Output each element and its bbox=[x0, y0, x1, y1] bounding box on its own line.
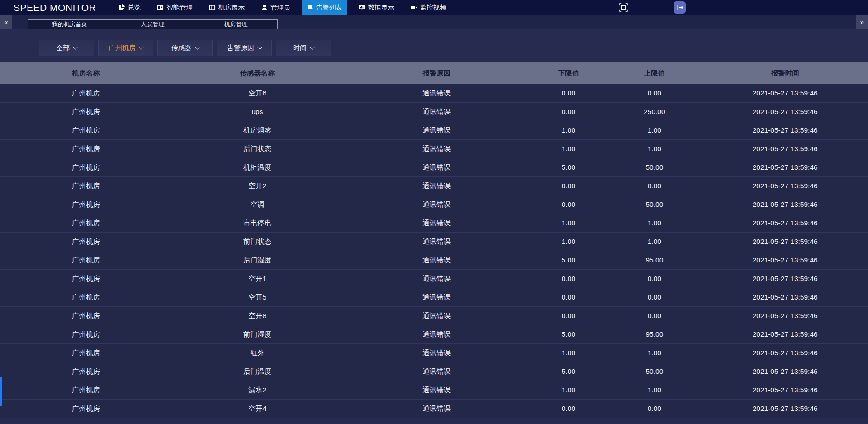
cell-alarm-time: 2021-05-27 13:59:46 bbox=[702, 200, 868, 209]
table-body: 广州机房 空开6 通讯错误 0.00 0.00 2021-05-27 13:59… bbox=[0, 84, 868, 418]
cell-sensor-name: 空开2 bbox=[172, 181, 343, 191]
table-row[interactable]: 广州机房 空开4 通讯错误 0.00 0.00 2021-05-27 13:59… bbox=[0, 400, 868, 418]
cell-sensor-name: 市电停电 bbox=[172, 219, 343, 228]
cell-upper-limit: 1.00 bbox=[607, 238, 702, 246]
collapse-right-button[interactable]: » bbox=[856, 15, 868, 29]
table-row[interactable]: 广州机房 空开1 通讯错误 0.00 0.00 2021-05-27 13:59… bbox=[0, 270, 868, 288]
table-row[interactable]: 广州机房 前门状态 通讯错误 1.00 1.00 2021-05-27 13:5… bbox=[0, 233, 868, 251]
filter-dropdown-guangzhou-room[interactable]: 广州机房 bbox=[98, 40, 153, 56]
cell-room-name: 广州机房 bbox=[0, 330, 172, 339]
table-row[interactable]: 广州机房 红外 通讯错误 1.00 1.00 2021-05-27 13:59:… bbox=[0, 344, 868, 362]
cell-upper-limit: 1.00 bbox=[607, 386, 702, 394]
chevron-double-right-icon: » bbox=[860, 18, 864, 26]
table-row[interactable]: 广州机房 后门状态 通讯错误 1.00 1.00 2021-05-27 13:5… bbox=[0, 140, 868, 158]
filter-dropdown-time[interactable]: 时间 bbox=[276, 40, 331, 56]
cell-room-name: 广州机房 bbox=[0, 256, 172, 265]
filter-dropdown-sensor[interactable]: 传感器 bbox=[157, 40, 213, 56]
cell-upper-limit: 0.00 bbox=[607, 182, 702, 190]
table-row[interactable]: 广州机房 空开5 通讯错误 0.00 0.00 2021-05-27 13:59… bbox=[0, 288, 868, 307]
cell-upper-limit: 0.00 bbox=[607, 293, 702, 301]
cell-alarm-reason: 通讯错误 bbox=[343, 200, 531, 210]
logout-button[interactable] bbox=[674, 1, 686, 14]
cell-alarm-reason: 通讯错误 bbox=[343, 330, 531, 339]
table-row[interactable]: 广州机房 ups 通讯错误 0.00 250.00 2021-05-27 13:… bbox=[0, 103, 868, 121]
cell-alarm-reason: 通讯错误 bbox=[343, 219, 531, 228]
cell-room-name: 广州机房 bbox=[0, 367, 172, 376]
cell-alarm-time: 2021-05-27 13:59:46 bbox=[702, 219, 868, 227]
cell-lower-limit: 5.00 bbox=[530, 163, 607, 172]
cell-room-name: 广州机房 bbox=[0, 274, 172, 284]
nav-item-alarm-list[interactable]: 告警列表 bbox=[302, 0, 347, 15]
user-icon bbox=[261, 4, 268, 11]
cell-alarm-reason: 通讯错误 bbox=[343, 126, 531, 135]
filter-dropdown-all[interactable]: 全部 bbox=[39, 40, 94, 56]
tab-my-room-home[interactable]: 我的机房首页 bbox=[28, 19, 111, 29]
nav-item-room-display[interactable]: 机房展示 bbox=[204, 0, 250, 15]
cell-upper-limit: 50.00 bbox=[607, 200, 702, 209]
cell-upper-limit: 1.00 bbox=[607, 219, 702, 227]
alarm-table: 机房名称 传感器名称 报警原因 下限值 上限值 报警时间 广州机房 空开6 通讯… bbox=[0, 62, 868, 418]
nav-item-administrator[interactable]: 管理员 bbox=[256, 0, 295, 15]
main-nav: 总览 智能管理 机房展示 管理员 告警列表 bbox=[113, 0, 458, 15]
table-row[interactable]: 广州机房 漏水2 通讯错误 1.00 1.00 2021-05-27 13:59… bbox=[0, 381, 868, 400]
table-header-row: 机房名称 传感器名称 报警原因 下限值 上限值 报警时间 bbox=[0, 62, 868, 84]
chevron-down-icon bbox=[73, 45, 78, 50]
cell-upper-limit: 50.00 bbox=[607, 367, 702, 376]
table-row[interactable]: 广州机房 机柜温度 通讯错误 5.00 50.00 2021-05-27 13:… bbox=[0, 158, 868, 177]
column-header: 上限值 bbox=[607, 69, 702, 78]
cell-alarm-time: 2021-05-27 13:59:46 bbox=[702, 256, 868, 264]
nav-item-data-display[interactable]: 数据显示 bbox=[354, 0, 399, 15]
cell-lower-limit: 0.00 bbox=[530, 275, 607, 283]
cell-upper-limit: 0.00 bbox=[607, 275, 702, 283]
chevron-double-left-icon: « bbox=[4, 18, 8, 26]
monitor-icon bbox=[359, 4, 365, 11]
collapse-left-button[interactable]: « bbox=[0, 15, 12, 29]
table-row[interactable]: 广州机房 空开2 通讯错误 0.00 0.00 2021-05-27 13:59… bbox=[0, 177, 868, 195]
table-row[interactable]: 广州机房 前门湿度 通讯错误 5.00 95.00 2021-05-27 13:… bbox=[0, 325, 868, 344]
cell-lower-limit: 5.00 bbox=[530, 330, 607, 338]
nav-item-monitor-video[interactable]: 监控视频 bbox=[406, 0, 451, 15]
app-logo: SPEED MONITOR bbox=[0, 2, 113, 13]
top-navbar: SPEED MONITOR 总览 智能管理 机房展示 管理员 bbox=[0, 0, 868, 15]
cell-alarm-time: 2021-05-27 13:59:46 bbox=[702, 182, 868, 190]
cell-sensor-name: 漏水2 bbox=[172, 386, 343, 395]
column-header: 报警原因 bbox=[343, 69, 531, 78]
cell-lower-limit: 5.00 bbox=[530, 367, 607, 376]
tab-personnel-management[interactable]: 人员管理 bbox=[111, 19, 194, 29]
fullscreen-icon[interactable] bbox=[619, 3, 628, 12]
cell-room-name: 广州机房 bbox=[0, 107, 172, 117]
table-row[interactable]: 广州机房 机房烟雾 通讯错误 1.00 1.00 2021-05-27 13:5… bbox=[0, 121, 868, 140]
cell-alarm-reason: 通讯错误 bbox=[343, 181, 531, 191]
cell-upper-limit: 50.00 bbox=[607, 163, 702, 172]
tab-strip: « 我的机房首页 人员管理 机房管理 » bbox=[0, 15, 868, 29]
cell-lower-limit: 1.00 bbox=[530, 386, 607, 394]
cell-lower-limit: 1.00 bbox=[530, 145, 607, 153]
cell-sensor-name: 后门温度 bbox=[172, 367, 343, 376]
cell-lower-limit: 0.00 bbox=[530, 405, 607, 413]
table-row[interactable]: 广州机房 市电停电 通讯错误 1.00 1.00 2021-05-27 13:5… bbox=[0, 214, 868, 233]
table-row[interactable]: 广州机房 空开6 通讯错误 0.00 0.00 2021-05-27 13:59… bbox=[0, 84, 868, 103]
nav-item-smart-management[interactable]: 智能管理 bbox=[152, 0, 198, 15]
cell-sensor-name: 空开5 bbox=[172, 293, 343, 302]
table-row[interactable]: 广州机房 后门湿度 通讯错误 5.00 95.00 2021-05-27 13:… bbox=[0, 251, 868, 270]
filter-bar: 全部 广州机房 传感器 告警原因 时间 bbox=[0, 29, 868, 62]
cell-sensor-name: 前门状态 bbox=[172, 237, 343, 247]
table-row[interactable]: 广州机房 空调 通讯错误 0.00 50.00 2021-05-27 13:59… bbox=[0, 195, 868, 214]
cell-sensor-name: 空开8 bbox=[172, 311, 343, 321]
filter-dropdown-alarm-reason[interactable]: 告警原因 bbox=[217, 40, 272, 56]
chevron-down-icon bbox=[195, 45, 199, 50]
cell-alarm-reason: 通讯错误 bbox=[343, 163, 531, 172]
cell-room-name: 广州机房 bbox=[0, 386, 172, 395]
cell-sensor-name: 后门状态 bbox=[172, 144, 343, 154]
column-header: 报警时间 bbox=[702, 69, 868, 78]
cell-room-name: 广州机房 bbox=[0, 311, 172, 321]
table-row[interactable]: 广州机房 后门温度 通讯错误 5.00 50.00 2021-05-27 13:… bbox=[0, 362, 868, 381]
chevron-down-icon bbox=[139, 45, 144, 50]
cell-lower-limit: 0.00 bbox=[530, 108, 607, 116]
side-panel-handle[interactable] bbox=[0, 377, 2, 406]
table-row[interactable]: 广州机房 空开8 通讯错误 0.00 0.00 2021-05-27 13:59… bbox=[0, 307, 868, 325]
cell-alarm-time: 2021-05-27 13:59:46 bbox=[702, 386, 868, 394]
nav-item-overview[interactable]: 总览 bbox=[113, 0, 146, 15]
tab-room-management[interactable]: 机房管理 bbox=[194, 19, 278, 29]
cell-alarm-reason: 通讯错误 bbox=[343, 107, 531, 117]
